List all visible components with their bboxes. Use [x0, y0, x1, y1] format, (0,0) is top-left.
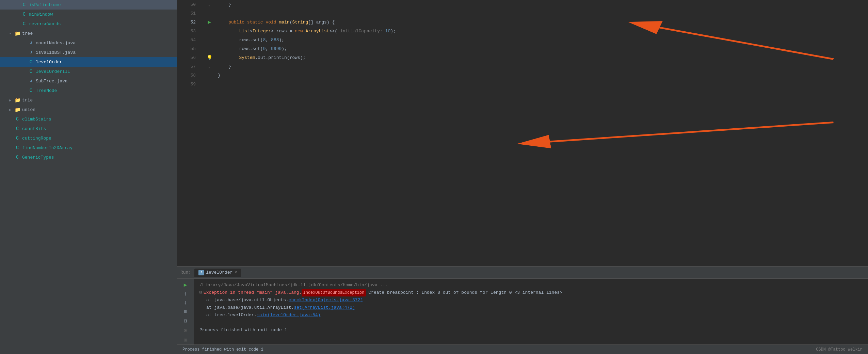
stack-link-1[interactable]: checkIndex(Objects.java:372)	[289, 296, 363, 304]
sidebar-item-label: GenericTypes	[21, 155, 177, 160]
sidebar-item-levelOrder[interactable]: C levelOrder	[0, 57, 177, 67]
sidebar-item-GenericTypes[interactable]: C GenericTypes	[0, 152, 177, 162]
gutter-59	[204, 80, 214, 88]
sidebar-item-label: reverseWords	[28, 21, 177, 27]
java-icon: J	[27, 50, 35, 54]
sidebar-item-reverseWords[interactable]: C reverseWords	[0, 19, 177, 29]
sidebar-item-label: levelOrderIII	[35, 69, 177, 74]
fold-icon[interactable]: ⌄	[208, 2, 211, 7]
screenshot-button[interactable]: ⊙	[181, 327, 190, 334]
class-icon: C	[27, 88, 35, 93]
editor-content: 50 51 52 53 54 55 56 57 58 59 ⌄ ▶	[177, 0, 868, 266]
gutter-50: ⌄	[204, 0, 214, 9]
class-icon: C	[20, 2, 28, 7]
status-right: CSDN @Tattoo_Welkin	[816, 347, 863, 352]
class-icon: C	[27, 59, 35, 65]
class-icon: C	[14, 135, 21, 141]
collapse-arrow: ▶	[7, 98, 14, 102]
sidebar-item-trie[interactable]: ▶ 📁 trie	[0, 95, 177, 105]
code-line-51	[218, 9, 868, 18]
status-bar: Process finished with exit code 1 CSDN @…	[177, 344, 868, 354]
code-line-50: }	[218, 0, 868, 9]
sidebar-item-label: findNumberIn2DArray	[21, 145, 177, 150]
class-icon: C	[27, 69, 35, 74]
gutter-58	[204, 71, 214, 80]
collapse-arrow: ▶	[7, 108, 14, 112]
sidebar-item-label: union	[21, 107, 177, 112]
exception-badge[interactable]: IndexOutOfBoundsException	[302, 289, 366, 296]
editor-area: 50 51 52 53 54 55 56 57 58 59 ⌄ ▶	[177, 0, 868, 354]
sidebar-item-label: isPalindrome	[28, 2, 177, 7]
output-line-status: Process finished with exit code 1	[199, 326, 863, 334]
sidebar-item-label: SubTree.java	[35, 79, 177, 84]
sidebar-item-isPalindrome[interactable]: C isPalindrome	[0, 0, 177, 10]
line-num-59: 59	[177, 80, 200, 88]
run-tab-levelOrder[interactable]: J levelOrder ×	[194, 269, 241, 277]
code-line-52: public static void main(String[] args) {	[218, 18, 868, 27]
class-icon: C	[20, 12, 28, 17]
sidebar-item-countBits[interactable]: C countBits	[0, 124, 177, 133]
output-line-stack1: at java.base/java.util.Objects.checkInde…	[199, 296, 863, 304]
editor-gutter: ⌄ ▶ 💡 ⌄	[204, 0, 214, 266]
sidebar-item-SubTree[interactable]: J SubTree.java	[0, 76, 177, 86]
sidebar-item-label: TreeNode	[35, 88, 177, 93]
process-status: Process finished with exit code 1	[199, 326, 287, 334]
lightbulb-icon[interactable]: 💡	[207, 55, 212, 61]
line-num-51: 51	[177, 9, 200, 18]
code-line-59	[218, 80, 868, 88]
line-num-58: 58	[177, 71, 200, 80]
class-icon: C	[14, 145, 21, 150]
code-line-56: System.out.println(rows);	[218, 53, 868, 62]
code-line-57: }	[218, 62, 868, 71]
sidebar-item-label: countNodes.java	[35, 41, 177, 46]
output-line-stack2: at java.base/java.util.ArrayList.set(Arr…	[199, 304, 863, 311]
sidebar-item-climbStairs[interactable]: C climbStairs	[0, 114, 177, 124]
run-tab-label: levelOrder	[206, 270, 232, 275]
scroll-up-button[interactable]: ↑	[181, 291, 190, 297]
gutter-57: ⌄	[204, 62, 214, 71]
sidebar-item-isValidBST[interactable]: J isValidBST.java	[0, 48, 177, 57]
stack-link-2[interactable]: set(ArrayList.java:472)	[294, 304, 355, 311]
class-icon: C	[20, 21, 28, 27]
sidebar-item-TreeNode[interactable]: C TreeNode	[0, 86, 177, 95]
fold-icon[interactable]: ⌄	[208, 64, 211, 69]
close-tab-button[interactable]: ×	[235, 270, 237, 275]
run-panel: Run: J levelOrder × ▶ ↑ ↓ ≡ ⊟ ⊙ ⊞ 🗑	[177, 266, 868, 344]
code-line-54: rows.set(8, 888);	[218, 35, 868, 44]
line-num-56: 56	[177, 53, 200, 62]
sidebar-item-label: cuttingRope	[21, 136, 177, 141]
output-line-stack3: at tree.levelOrder.main(levelOrder.java:…	[199, 311, 863, 319]
line-num-50: 50	[177, 0, 200, 9]
stack-link-3[interactable]: main(levelOrder.java:54)	[257, 311, 320, 319]
sidebar-item-tree[interactable]: ▾ 📁 tree	[0, 29, 177, 38]
sidebar-item-label: climbStairs	[21, 117, 177, 122]
print-button[interactable]: ⊞	[181, 337, 190, 343]
line-num-55: 55	[177, 44, 200, 53]
sidebar-item-findNumberIn2DArray[interactable]: C findNumberIn2DArray	[0, 143, 177, 152]
sidebar-item-union[interactable]: ▶ 📁 union	[0, 105, 177, 114]
sidebar-item-levelOrderIII[interactable]: C levelOrderIII	[0, 67, 177, 76]
status-text: Process finished with exit code 1	[182, 347, 263, 352]
gutter-55	[204, 44, 214, 53]
code-line-53: List<Integer> rows = new ArrayList<>( in…	[218, 27, 868, 35]
list-view-button[interactable]: ≡	[181, 309, 190, 315]
class-icon: C	[14, 155, 21, 160]
folder-icon: 📁	[14, 97, 21, 103]
collapse-button[interactable]: ⊟	[181, 318, 190, 324]
output-line-exception: ⊟ Exception in thread "main" java.lang.I…	[199, 289, 863, 296]
sidebar-item-minWindow[interactable]: C minWindow	[0, 10, 177, 19]
run-button[interactable]: ▶	[181, 281, 190, 288]
sidebar-item-countNodes[interactable]: J countNodes.java	[0, 38, 177, 48]
line-num-53: 53	[177, 27, 200, 35]
scroll-down-button[interactable]: ↓	[181, 300, 190, 306]
sidebar-item-cuttingRope[interactable]: C cuttingRope	[0, 133, 177, 143]
java-icon: J	[27, 79, 35, 83]
sidebar-item-label: levelOrder	[35, 60, 177, 65]
code-editor[interactable]: } public static void main(String[] args)…	[214, 0, 868, 266]
line-num-52: 52	[177, 18, 200, 27]
run-panel-body: ▶ ↑ ↓ ≡ ⊟ ⊙ ⊞ 🗑 /Library/Java/JavaVirtua…	[177, 279, 868, 344]
java-icon: J	[27, 41, 35, 45]
class-icon: C	[14, 116, 21, 122]
line-num-54: 54	[177, 35, 200, 44]
run-toolbar: ▶ ↑ ↓ ≡ ⊟ ⊙ ⊞ 🗑	[177, 279, 194, 344]
